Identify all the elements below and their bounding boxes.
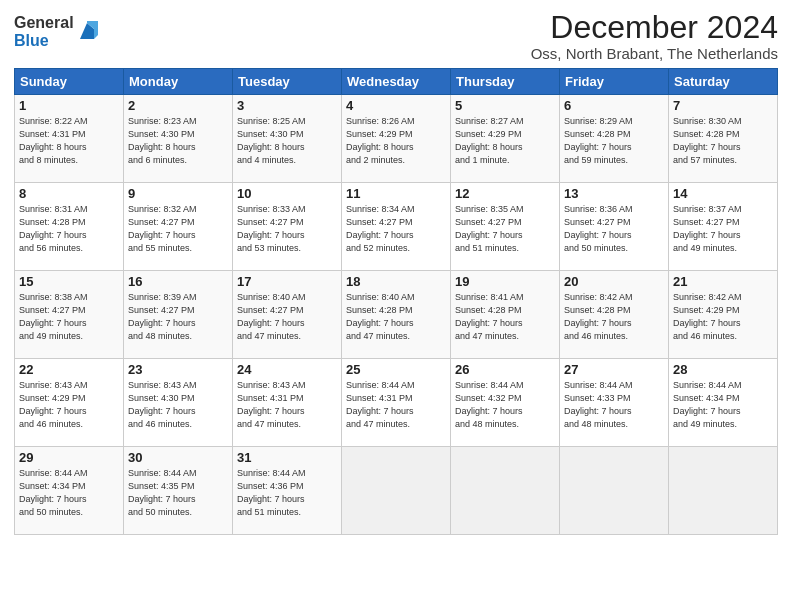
day-info: Sunrise: 8:40 AM Sunset: 4:28 PM Dayligh… [346,291,446,343]
day-info: Sunrise: 8:35 AM Sunset: 4:27 PM Dayligh… [455,203,555,255]
day-info: Sunrise: 8:30 AM Sunset: 4:28 PM Dayligh… [673,115,773,167]
calendar-table: Sunday Monday Tuesday Wednesday Thursday… [14,68,778,535]
day-info: Sunrise: 8:36 AM Sunset: 4:27 PM Dayligh… [564,203,664,255]
table-row [451,447,560,535]
table-row: 3Sunrise: 8:25 AM Sunset: 4:30 PM Daylig… [233,95,342,183]
calendar-week-row: 22Sunrise: 8:43 AM Sunset: 4:29 PM Dayli… [15,359,778,447]
day-info: Sunrise: 8:38 AM Sunset: 4:27 PM Dayligh… [19,291,119,343]
day-number: 21 [673,274,773,289]
day-info: Sunrise: 8:39 AM Sunset: 4:27 PM Dayligh… [128,291,228,343]
day-info: Sunrise: 8:44 AM Sunset: 4:34 PM Dayligh… [19,467,119,519]
day-info: Sunrise: 8:37 AM Sunset: 4:27 PM Dayligh… [673,203,773,255]
calendar-week-row: 8Sunrise: 8:31 AM Sunset: 4:28 PM Daylig… [15,183,778,271]
col-sunday: Sunday [15,69,124,95]
day-info: Sunrise: 8:26 AM Sunset: 4:29 PM Dayligh… [346,115,446,167]
table-row: 25Sunrise: 8:44 AM Sunset: 4:31 PM Dayli… [342,359,451,447]
table-row: 16Sunrise: 8:39 AM Sunset: 4:27 PM Dayli… [124,271,233,359]
day-info: Sunrise: 8:43 AM Sunset: 4:30 PM Dayligh… [128,379,228,431]
table-row: 22Sunrise: 8:43 AM Sunset: 4:29 PM Dayli… [15,359,124,447]
day-info: Sunrise: 8:44 AM Sunset: 4:34 PM Dayligh… [673,379,773,431]
table-row: 31Sunrise: 8:44 AM Sunset: 4:36 PM Dayli… [233,447,342,535]
col-friday: Friday [560,69,669,95]
day-number: 20 [564,274,664,289]
col-thursday: Thursday [451,69,560,95]
table-row: 26Sunrise: 8:44 AM Sunset: 4:32 PM Dayli… [451,359,560,447]
day-number: 14 [673,186,773,201]
day-number: 23 [128,362,228,377]
table-row: 1Sunrise: 8:22 AM Sunset: 4:31 PM Daylig… [15,95,124,183]
table-row: 28Sunrise: 8:44 AM Sunset: 4:34 PM Dayli… [669,359,778,447]
table-row: 23Sunrise: 8:43 AM Sunset: 4:30 PM Dayli… [124,359,233,447]
calendar-week-row: 29Sunrise: 8:44 AM Sunset: 4:34 PM Dayli… [15,447,778,535]
day-info: Sunrise: 8:22 AM Sunset: 4:31 PM Dayligh… [19,115,119,167]
table-row: 9Sunrise: 8:32 AM Sunset: 4:27 PM Daylig… [124,183,233,271]
table-row: 14Sunrise: 8:37 AM Sunset: 4:27 PM Dayli… [669,183,778,271]
table-row: 27Sunrise: 8:44 AM Sunset: 4:33 PM Dayli… [560,359,669,447]
col-wednesday: Wednesday [342,69,451,95]
day-number: 11 [346,186,446,201]
title-block: December 2024 Oss, North Brabant, The Ne… [531,10,778,62]
table-row: 21Sunrise: 8:42 AM Sunset: 4:29 PM Dayli… [669,271,778,359]
day-number: 28 [673,362,773,377]
day-info: Sunrise: 8:23 AM Sunset: 4:30 PM Dayligh… [128,115,228,167]
logo: General Blue [14,14,98,49]
col-saturday: Saturday [669,69,778,95]
day-info: Sunrise: 8:43 AM Sunset: 4:31 PM Dayligh… [237,379,337,431]
table-row: 4Sunrise: 8:26 AM Sunset: 4:29 PM Daylig… [342,95,451,183]
day-info: Sunrise: 8:44 AM Sunset: 4:31 PM Dayligh… [346,379,446,431]
day-info: Sunrise: 8:34 AM Sunset: 4:27 PM Dayligh… [346,203,446,255]
day-info: Sunrise: 8:44 AM Sunset: 4:33 PM Dayligh… [564,379,664,431]
day-info: Sunrise: 8:42 AM Sunset: 4:29 PM Dayligh… [673,291,773,343]
day-info: Sunrise: 8:25 AM Sunset: 4:30 PM Dayligh… [237,115,337,167]
day-number: 25 [346,362,446,377]
day-number: 4 [346,98,446,113]
day-info: Sunrise: 8:32 AM Sunset: 4:27 PM Dayligh… [128,203,228,255]
day-number: 1 [19,98,119,113]
day-number: 18 [346,274,446,289]
col-tuesday: Tuesday [233,69,342,95]
table-row: 19Sunrise: 8:41 AM Sunset: 4:28 PM Dayli… [451,271,560,359]
day-info: Sunrise: 8:43 AM Sunset: 4:29 PM Dayligh… [19,379,119,431]
table-row: 18Sunrise: 8:40 AM Sunset: 4:28 PM Dayli… [342,271,451,359]
table-row: 15Sunrise: 8:38 AM Sunset: 4:27 PM Dayli… [15,271,124,359]
day-number: 10 [237,186,337,201]
day-info: Sunrise: 8:41 AM Sunset: 4:28 PM Dayligh… [455,291,555,343]
day-number: 17 [237,274,337,289]
col-monday: Monday [124,69,233,95]
table-row: 29Sunrise: 8:44 AM Sunset: 4:34 PM Dayli… [15,447,124,535]
day-number: 7 [673,98,773,113]
day-number: 24 [237,362,337,377]
day-number: 31 [237,450,337,465]
table-row [560,447,669,535]
subtitle: Oss, North Brabant, The Netherlands [531,45,778,62]
table-row: 17Sunrise: 8:40 AM Sunset: 4:27 PM Dayli… [233,271,342,359]
calendar-week-row: 1Sunrise: 8:22 AM Sunset: 4:31 PM Daylig… [15,95,778,183]
day-info: Sunrise: 8:27 AM Sunset: 4:29 PM Dayligh… [455,115,555,167]
day-info: Sunrise: 8:42 AM Sunset: 4:28 PM Dayligh… [564,291,664,343]
day-info: Sunrise: 8:33 AM Sunset: 4:27 PM Dayligh… [237,203,337,255]
table-row: 6Sunrise: 8:29 AM Sunset: 4:28 PM Daylig… [560,95,669,183]
logo-general-text: General [14,14,74,32]
table-row: 20Sunrise: 8:42 AM Sunset: 4:28 PM Dayli… [560,271,669,359]
day-number: 13 [564,186,664,201]
day-number: 8 [19,186,119,201]
day-number: 29 [19,450,119,465]
table-row: 5Sunrise: 8:27 AM Sunset: 4:29 PM Daylig… [451,95,560,183]
day-number: 15 [19,274,119,289]
day-info: Sunrise: 8:31 AM Sunset: 4:28 PM Dayligh… [19,203,119,255]
day-info: Sunrise: 8:44 AM Sunset: 4:32 PM Dayligh… [455,379,555,431]
day-number: 19 [455,274,555,289]
logo-blue-text: Blue [14,32,74,50]
table-row: 2Sunrise: 8:23 AM Sunset: 4:30 PM Daylig… [124,95,233,183]
day-number: 9 [128,186,228,201]
table-row: 13Sunrise: 8:36 AM Sunset: 4:27 PM Dayli… [560,183,669,271]
day-info: Sunrise: 8:40 AM Sunset: 4:27 PM Dayligh… [237,291,337,343]
header: General Blue December 2024 Oss, North Br… [14,10,778,62]
day-number: 2 [128,98,228,113]
day-number: 3 [237,98,337,113]
day-number: 12 [455,186,555,201]
calendar-week-row: 15Sunrise: 8:38 AM Sunset: 4:27 PM Dayli… [15,271,778,359]
day-number: 5 [455,98,555,113]
day-number: 27 [564,362,664,377]
day-number: 16 [128,274,228,289]
